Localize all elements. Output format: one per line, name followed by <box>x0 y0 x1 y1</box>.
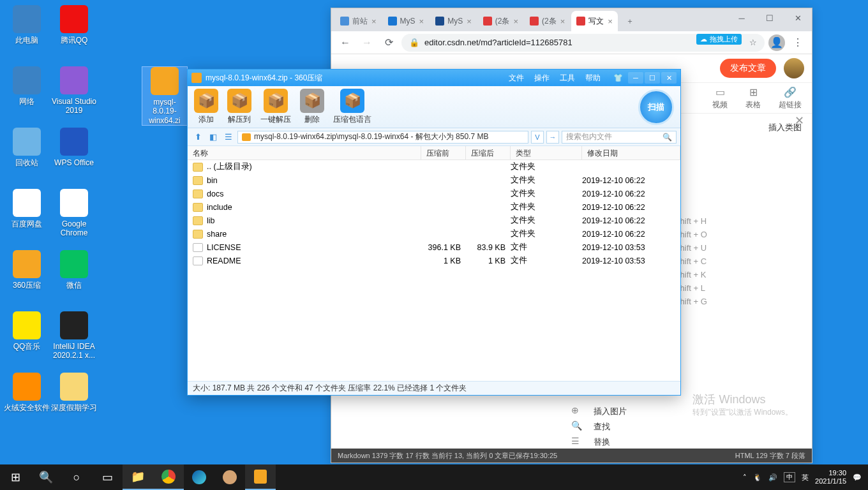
tab-close-icon[interactable]: × <box>371 17 377 26</box>
chrome-tab[interactable]: MyS× <box>383 11 430 31</box>
toolbar-item[interactable]: ▭视频 <box>712 86 728 110</box>
toolbar-button[interactable]: 📦压缩包语言 <box>333 89 371 125</box>
tab-close-icon[interactable]: × <box>608 17 613 26</box>
menu-item[interactable]: 操作 <box>534 73 550 84</box>
reload-button[interactable]: ⟳ <box>380 34 398 52</box>
publish-button[interactable]: 发布文章 <box>720 59 776 78</box>
side-command[interactable]: 插入图片 <box>594 404 627 419</box>
desktop-icon[interactable]: 360压缩 <box>4 250 50 290</box>
header-before[interactable]: 压缩前 <box>421 146 466 160</box>
chrome-tab[interactable]: 写文× <box>571 11 618 31</box>
toolbar-button[interactable]: 📦解压到 <box>227 89 251 125</box>
header-type[interactable]: 类型 <box>511 146 582 160</box>
search-icon[interactable]: 🔍 <box>571 418 582 433</box>
file-row[interactable]: include文件夹2019-12-10 06:22 <box>188 200 680 214</box>
back-button[interactable]: ← <box>336 34 354 52</box>
toolbar-button[interactable]: 📦删除 <box>300 89 324 125</box>
menu-item[interactable]: 帮助 <box>585 73 601 84</box>
side-command[interactable]: 替换 <box>594 434 627 450</box>
star-icon[interactable]: ☆ <box>749 38 757 47</box>
desktop-icon[interactable]: 深度假期学习 <box>51 373 97 412</box>
chrome-tab[interactable]: MyS× <box>430 11 477 31</box>
desktop-icon[interactable]: 百度网盘 <box>4 189 50 228</box>
close-button[interactable]: ✕ <box>784 8 812 27</box>
desktop-icon[interactable]: 微信 <box>51 250 97 290</box>
chrome-taskbar-icon[interactable] <box>153 464 184 490</box>
desktop-icon[interactable]: IntelliJ IDEA 2020.2.1 x... <box>51 311 97 360</box>
toolbar-button[interactable]: 📦一键解压 <box>260 89 291 125</box>
task-view-button[interactable]: ▭ <box>92 464 123 490</box>
column-headers[interactable]: 名称 压缩前 压缩后 类型 修改日期 <box>188 146 680 160</box>
image-icon[interactable]: ⊕ <box>571 403 582 418</box>
file-row[interactable]: share文件夹2019-12-10 06:22 <box>188 227 680 241</box>
maximize-button[interactable]: ☐ <box>645 72 660 84</box>
path-field[interactable]: mysql-8.0.19-winx64.zip\mysql-8.0.19-win… <box>237 131 528 144</box>
scan-button[interactable]: 扫描 <box>638 89 674 125</box>
desktop-icon[interactable]: WPS Office <box>51 128 97 167</box>
file-row[interactable]: bin文件夹2019-12-10 06:22 <box>188 174 680 187</box>
edge-taskbar-icon[interactable] <box>184 464 214 490</box>
file-row[interactable]: docs文件夹2019-12-10 06:22 <box>188 187 680 200</box>
nav-button[interactable]: ◧ <box>207 131 220 144</box>
ime-indicator[interactable]: 中 <box>784 472 795 482</box>
search-icon[interactable]: 🔍 <box>662 133 672 142</box>
tray-chevron-icon[interactable]: ˄ <box>743 473 747 482</box>
forward-button[interactable]: → <box>358 34 376 52</box>
upload-tag[interactable]: ☁拖拽上传 <box>696 34 742 45</box>
desktop-icon[interactable]: Google Chrome <box>51 189 97 238</box>
up-button[interactable]: ⬆ <box>191 131 204 144</box>
desktop-icon[interactable]: 回收站 <box>4 128 50 167</box>
list-view-button[interactable]: ☰ <box>222 131 235 144</box>
toolbar-button[interactable]: 📦添加 <box>194 89 218 125</box>
system-tray[interactable]: ˄ 🐧 🔊 中 英 19:30 2021/1/15 💬 <box>737 469 868 486</box>
search-input[interactable]: 搜索包内文件 🔍 <box>562 131 677 144</box>
search-button[interactable]: 🔍 <box>31 464 61 490</box>
cortana-button[interactable]: ○ <box>61 464 92 490</box>
menu-item[interactable]: 工具 <box>560 73 575 84</box>
tab-close-icon[interactable]: × <box>513 17 518 26</box>
file-row[interactable]: README1 KB1 KB文件2019-12-10 03:53 <box>188 254 680 267</box>
minimize-button[interactable]: ─ <box>728 8 756 27</box>
toolbar-item[interactable]: 🔗超链接 <box>779 86 802 110</box>
menu-icon[interactable]: ⋮ <box>789 34 807 52</box>
zip-titlebar[interactable]: mysql-8.0.19-winx64.zip - 360压缩 文件操作工具帮助… <box>188 70 680 86</box>
replace-icon[interactable]: ☰ <box>571 433 582 449</box>
maximize-button[interactable]: ☐ <box>756 8 784 27</box>
tray-qq-icon[interactable]: 🐧 <box>753 473 762 482</box>
file-row[interactable]: .. (上级目录)文件夹 <box>188 160 680 174</box>
dropdown-button[interactable]: V <box>531 131 544 144</box>
panel-close-icon[interactable]: ✕ <box>795 114 804 128</box>
menu-item[interactable]: 文件 <box>509 73 524 84</box>
file-row[interactable]: LICENSE396.1 KB83.9 KB文件2019-12-10 03:53 <box>188 241 680 254</box>
desktop-icon[interactable]: 火绒安全软件 <box>4 373 50 412</box>
tab-close-icon[interactable]: × <box>419 17 424 26</box>
close-button[interactable]: ✕ <box>661 72 677 84</box>
header-after[interactable]: 压缩后 <box>466 146 511 160</box>
clock[interactable]: 19:30 2021/1/15 <box>815 469 846 486</box>
profile-icon[interactable]: 👤 <box>768 34 785 51</box>
file-row[interactable]: lib文件夹2019-12-10 06:22 <box>188 214 680 227</box>
new-tab-button[interactable]: ＋ <box>619 11 641 31</box>
tab-close-icon[interactable]: × <box>467 17 472 26</box>
go-button[interactable]: → <box>546 131 559 144</box>
toolbar-item[interactable]: ⊞表格 <box>745 86 761 110</box>
desktop-icon[interactable]: 腾讯QQ <box>51 5 97 45</box>
notifications-icon[interactable]: 💬 <box>853 473 862 482</box>
start-button[interactable]: ⊞ <box>0 464 31 490</box>
header-name[interactable]: 名称 <box>188 146 421 160</box>
ime-lang[interactable]: 英 <box>802 473 809 482</box>
minimize-button[interactable]: ─ <box>628 72 643 84</box>
explorer-taskbar-icon[interactable]: 📁 <box>123 464 153 490</box>
desktop-icon[interactable]: Visual Studio 2019 <box>51 66 97 115</box>
tray-volume-icon[interactable]: 🔊 <box>768 473 777 482</box>
side-command[interactable]: 查找 <box>594 419 627 434</box>
chrome-tab[interactable]: 前站× <box>335 11 382 31</box>
avatar[interactable] <box>784 58 804 78</box>
chrome-tab[interactable]: (2条× <box>525 11 570 31</box>
chrome-tab[interactable]: (2条× <box>478 11 523 31</box>
tab-close-icon[interactable]: × <box>560 17 565 26</box>
desktop-icon[interactable]: 网络 <box>4 66 50 106</box>
zip-taskbar-icon[interactable] <box>245 464 276 490</box>
header-date[interactable]: 修改日期 <box>582 146 680 160</box>
skin-icon[interactable]: 👕 <box>613 73 623 82</box>
